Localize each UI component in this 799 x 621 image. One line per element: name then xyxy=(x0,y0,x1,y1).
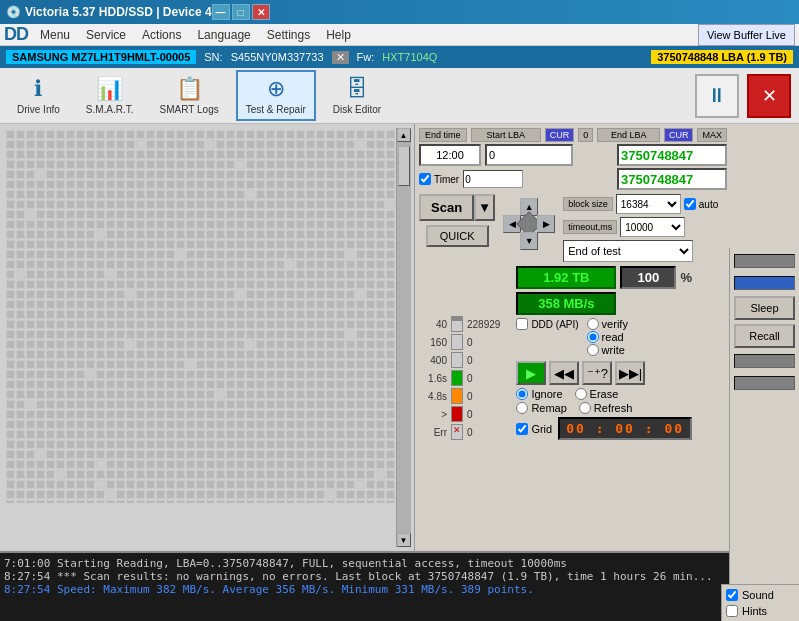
grid-checkbox[interactable] xyxy=(516,423,528,435)
refresh-radio-input[interactable] xyxy=(579,402,591,414)
grid-cell xyxy=(206,360,215,369)
grid-cell xyxy=(246,180,255,189)
hints-checkbox[interactable] xyxy=(726,605,738,617)
write-radio-input[interactable] xyxy=(587,344,599,356)
grid-cell xyxy=(336,350,345,359)
read-radio-input[interactable] xyxy=(587,331,599,343)
grid-cell xyxy=(166,480,175,489)
auto-checkbox[interactable] xyxy=(684,198,696,210)
grid-cell xyxy=(326,470,335,479)
grid-cell xyxy=(96,330,105,339)
start-lba-input[interactable] xyxy=(485,144,573,166)
dir-down-button[interactable]: ▼ xyxy=(520,232,538,250)
pause-button[interactable]: ⏸ xyxy=(695,74,739,118)
grid-cell xyxy=(116,290,125,299)
scan-button[interactable]: Scan xyxy=(419,194,474,221)
grid-cell xyxy=(336,290,345,299)
grid-cell xyxy=(366,360,375,369)
smart-logs-button[interactable]: 📋 SMART Logs xyxy=(151,71,228,120)
close-button[interactable]: ✕ xyxy=(252,4,270,20)
grid-cell xyxy=(266,300,275,309)
grid-cell xyxy=(66,220,75,229)
play-button[interactable]: ▶ xyxy=(516,361,546,385)
menu-item-actions[interactable]: Actions xyxy=(134,26,189,44)
grid-cell xyxy=(366,260,375,269)
grid-cell xyxy=(366,350,375,359)
grid-cell xyxy=(306,160,315,169)
erase-radio-input[interactable] xyxy=(575,388,587,400)
grid-cell xyxy=(376,150,385,159)
rewind-button[interactable]: ◀◀ xyxy=(549,361,579,385)
menu-item-service[interactable]: Service xyxy=(78,26,134,44)
menu-item-language[interactable]: Language xyxy=(189,26,258,44)
grid-cell xyxy=(286,260,295,269)
grid-cell xyxy=(36,320,45,329)
maximize-button[interactable]: □ xyxy=(232,4,250,20)
grid-cell xyxy=(46,130,55,139)
end-lba-input-bot[interactable] xyxy=(617,168,727,190)
grid-cell xyxy=(276,430,285,439)
grid-cell xyxy=(306,320,315,329)
timer-checkbox[interactable] xyxy=(419,173,431,185)
grid-cell xyxy=(276,250,285,259)
grid-cell xyxy=(46,170,55,179)
grid-cell xyxy=(376,260,385,269)
grid-cell xyxy=(256,400,265,409)
grid-cell xyxy=(36,280,45,289)
recall-button[interactable]: Recall xyxy=(734,324,795,348)
test-repair-button[interactable]: ⊕ Test & Repair xyxy=(236,70,316,121)
step-back-button[interactable]: ⁻⁺? xyxy=(582,361,612,385)
remap-radio-input[interactable] xyxy=(516,402,528,414)
grid-cell xyxy=(306,400,315,409)
prog-label-1.6s: 1.6s xyxy=(419,373,447,384)
grid-cell xyxy=(56,480,65,489)
menu-item-menu[interactable]: Menu xyxy=(32,26,78,44)
grid-cell xyxy=(346,220,355,229)
grid-cell xyxy=(116,210,125,219)
scroll-down-arrow[interactable]: ▼ xyxy=(397,533,411,547)
time-input[interactable] xyxy=(419,144,481,166)
block-size-select[interactable]: 16384 8192 4096 xyxy=(616,194,681,214)
grid-cell xyxy=(86,390,95,399)
dir-right-button[interactable]: ▶ xyxy=(537,215,555,233)
minimize-button[interactable]: — xyxy=(212,4,230,20)
sleep-button[interactable]: Sleep xyxy=(734,296,795,320)
menu-item-settings[interactable]: Settings xyxy=(259,26,318,44)
grid-cell xyxy=(26,180,35,189)
grid-cell xyxy=(356,330,365,339)
view-buffer-button[interactable]: View Buffer Live xyxy=(698,24,795,46)
sound-checkbox[interactable] xyxy=(726,589,738,601)
skip-forward-button[interactable]: ▶▶| xyxy=(615,361,645,385)
grid-cell xyxy=(136,310,145,319)
menubar: DD Menu Service Actions Language Setting… xyxy=(0,24,799,46)
disk-editor-button[interactable]: 🗄 Disk Editor xyxy=(324,71,390,120)
ddd-checkbox[interactable] xyxy=(516,318,528,330)
break-all-button[interactable]: ✕ xyxy=(747,74,791,118)
timeout-select[interactable]: 10000 5000 xyxy=(620,217,685,237)
grid-cell xyxy=(26,160,35,169)
timer-input[interactable] xyxy=(463,170,523,188)
grid-cell xyxy=(176,470,185,479)
menu-item-help[interactable]: Help xyxy=(318,26,359,44)
end-lba-input-top[interactable] xyxy=(617,144,727,166)
grid-cell xyxy=(186,220,195,229)
drive-info-button[interactable]: ℹ Drive Info xyxy=(8,71,69,120)
smart-button[interactable]: 📊 S.M.A.R.T. xyxy=(77,71,143,120)
scroll-thumb[interactable] xyxy=(398,146,410,186)
close-x[interactable]: ✕ xyxy=(332,51,349,64)
grid-cell xyxy=(76,320,85,329)
quick-button[interactable]: QUICK xyxy=(426,225,489,247)
grid-cell xyxy=(186,240,195,249)
grid-cell xyxy=(246,220,255,229)
verify-radio-input[interactable] xyxy=(587,318,599,330)
grid-cell xyxy=(216,370,225,379)
remap-radio: Remap xyxy=(516,402,566,414)
end-of-test-select[interactable]: End of test xyxy=(563,240,693,262)
grid-cell xyxy=(46,270,55,279)
scroll-up-arrow[interactable]: ▲ xyxy=(397,128,411,142)
ignore-radio-input[interactable] xyxy=(516,388,528,400)
grid-cell xyxy=(206,280,215,289)
prog-label-160: 160 xyxy=(419,337,447,348)
grid-scrollbar[interactable]: ▲ ▼ xyxy=(396,128,410,547)
scan-dropdown-button[interactable]: ▼ xyxy=(474,194,495,221)
